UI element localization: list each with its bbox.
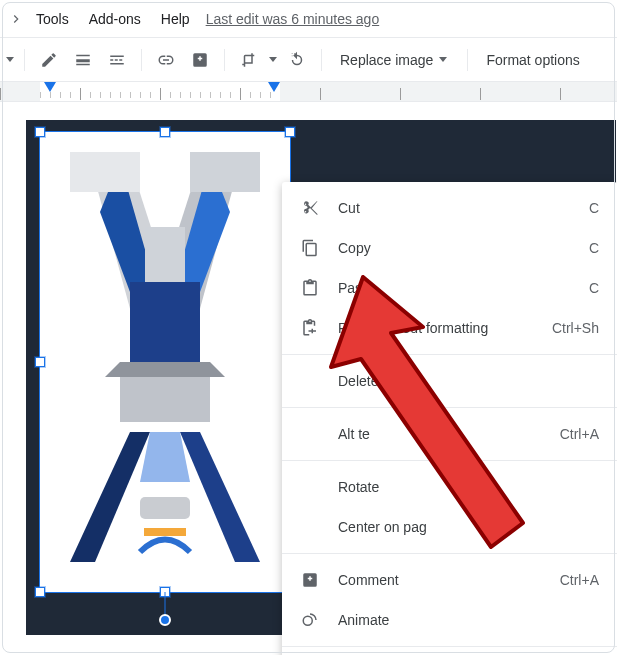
ctx-center-on-page[interactable]: Center on pag [282, 507, 617, 547]
ctx-shortcut: Ctrl+Sh [552, 320, 599, 336]
ctx-delete[interactable]: Delete [282, 361, 617, 401]
ctx-label: Alt te [338, 426, 542, 442]
menu-bar: Tools Add-ons Help Last edit was 6 minut… [0, 0, 617, 38]
separator [24, 49, 25, 71]
last-edit-info[interactable]: Last edit was 6 minutes ago [206, 11, 380, 27]
svg-marker-9 [105, 362, 225, 377]
ctx-shortcut: C [589, 200, 599, 216]
menu-tools[interactable]: Tools [26, 5, 79, 33]
ruler-margin-right [280, 82, 617, 101]
copy-icon [300, 238, 320, 258]
svg-rect-6 [190, 152, 260, 192]
border-weight-icon[interactable] [67, 44, 99, 76]
resize-handle[interactable] [35, 587, 45, 597]
blank-icon [300, 371, 320, 391]
ctx-label: Comment [338, 572, 542, 588]
resize-handle[interactable] [160, 127, 170, 137]
ctx-shortcut: C [589, 280, 599, 296]
add-comment-icon[interactable] [184, 44, 216, 76]
caret-down-icon [437, 54, 449, 66]
ruler [0, 82, 617, 102]
ctx-copy[interactable]: Copy C [282, 228, 617, 268]
svg-rect-5 [70, 152, 140, 192]
selected-image[interactable] [40, 132, 290, 592]
svg-rect-7 [130, 282, 200, 372]
ctx-comment[interactable]: Comment Ctrl+A [282, 560, 617, 600]
ctx-shortcut: Ctrl+A [560, 426, 599, 442]
ctx-label: Delete [338, 373, 581, 389]
ctx-label: Paste without formatting [338, 320, 534, 336]
image-content [40, 132, 290, 592]
ctx-alt-text[interactable]: Alt te Ctrl+A [282, 414, 617, 454]
menu-help[interactable]: Help [151, 5, 200, 33]
reset-image-icon[interactable] [281, 44, 313, 76]
ctx-separator [282, 354, 617, 355]
pencil-icon[interactable] [33, 44, 65, 76]
rotation-handle[interactable] [159, 614, 171, 626]
resize-handle[interactable] [35, 127, 45, 137]
resize-handle[interactable] [285, 127, 295, 137]
cut-icon [300, 198, 320, 218]
paste-plain-icon [300, 318, 320, 338]
mask-dropdown-icon[interactable] [267, 54, 279, 66]
ctx-label: Rotate [338, 479, 581, 495]
ctx-shortcut: C [589, 240, 599, 256]
svg-rect-14 [140, 497, 190, 519]
menu-addons[interactable]: Add-ons [79, 5, 151, 33]
replace-image-button[interactable]: Replace image [330, 44, 459, 76]
ruler-marker-right[interactable] [268, 82, 280, 92]
ctx-label: Animate [338, 612, 581, 628]
blank-icon [300, 517, 320, 537]
crop-icon[interactable] [233, 44, 265, 76]
svg-rect-15 [144, 528, 186, 536]
resize-handle[interactable] [35, 357, 45, 367]
separator [321, 49, 322, 71]
ctx-paste-without-formatting[interactable]: Paste without formatting Ctrl+Sh [282, 308, 617, 348]
blank-icon [300, 424, 320, 444]
ctx-separator [282, 460, 617, 461]
toolbar: Replace image Format options [0, 38, 617, 82]
ctx-label: Center on pag [338, 519, 581, 535]
ctx-label: Paste [338, 280, 571, 296]
workspace: Cut C Copy C Paste C Paste without forma… [0, 82, 617, 655]
border-dash-icon[interactable] [101, 44, 133, 76]
separator [224, 49, 225, 71]
overflow-caret-icon[interactable] [6, 12, 26, 26]
animate-icon [300, 610, 320, 630]
svg-point-16 [303, 616, 312, 625]
ctx-shortcut: Ctrl+A [560, 572, 599, 588]
ruler-marker-left[interactable] [44, 82, 56, 92]
ctx-separator [282, 407, 617, 408]
separator [141, 49, 142, 71]
ctx-label: Cut [338, 200, 571, 216]
format-options-button[interactable]: Format options [476, 44, 589, 76]
ctx-separator [282, 646, 617, 647]
ruler-margin-left [0, 82, 40, 101]
replace-image-label: Replace image [340, 52, 433, 68]
svg-rect-13 [145, 227, 185, 282]
toolbar-dropdown-1[interactable] [4, 54, 16, 66]
ctx-separator [282, 553, 617, 554]
separator [467, 49, 468, 71]
context-menu: Cut C Copy C Paste C Paste without forma… [282, 182, 617, 655]
format-options-label: Format options [486, 52, 579, 68]
ctx-label: Copy [338, 240, 571, 256]
paste-icon [300, 278, 320, 298]
ctx-animate[interactable]: Animate [282, 600, 617, 640]
comment-icon [300, 570, 320, 590]
link-icon[interactable] [150, 44, 182, 76]
ctx-cut[interactable]: Cut C [282, 188, 617, 228]
blank-icon [300, 477, 320, 497]
ctx-paste[interactable]: Paste C [282, 268, 617, 308]
ctx-rotate[interactable]: Rotate [282, 467, 617, 507]
